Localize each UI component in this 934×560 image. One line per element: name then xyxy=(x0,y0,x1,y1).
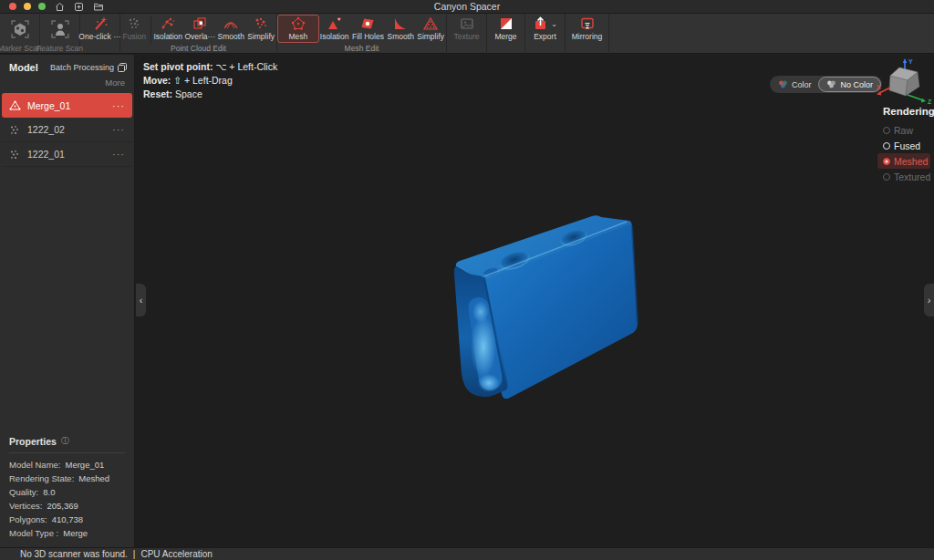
model-item-name: 1222_02 xyxy=(27,124,112,135)
hint-value: ⌥ + Left-Click xyxy=(215,61,277,72)
pc-simplify-icon xyxy=(253,16,269,31)
radio-icon xyxy=(883,142,890,150)
model-item-name: Merge_01 xyxy=(27,100,112,111)
mesh-smooth-icon xyxy=(392,16,409,31)
pc-isolation-label: Isolation xyxy=(153,32,182,41)
zoom-window-button[interactable] xyxy=(38,3,46,10)
close-window-button[interactable] xyxy=(9,3,16,10)
mesh-model-icon xyxy=(9,100,21,110)
hint-value: ⇧ + Left-Drag xyxy=(173,75,233,86)
texture-icon xyxy=(459,16,475,31)
pc-isolation-button[interactable]: Isolation xyxy=(152,16,183,42)
fusion-button[interactable]: Fusion xyxy=(120,16,149,42)
pc-isolation-icon xyxy=(160,16,176,31)
collapse-right-panel-handle[interactable]: › xyxy=(924,284,934,316)
new-project-icon xyxy=(74,2,84,12)
rendering-title: Rendering xyxy=(883,106,934,117)
property-row: Polygons:410,738 xyxy=(9,513,125,526)
feature-scan-label: Feature Scan xyxy=(36,44,83,54)
mesh-label: Mesh xyxy=(288,32,307,41)
one-click-button[interactable]: One-click ··· xyxy=(77,16,122,42)
model-item-1222-02[interactable]: 1222_02 ··· xyxy=(2,118,132,142)
pc-smooth-label: Smooth xyxy=(218,32,244,41)
property-row: Rendering State:Meshed xyxy=(9,472,125,485)
status-separator: | xyxy=(133,549,136,559)
rendering-option-textured[interactable]: Textured xyxy=(877,169,934,184)
export-chevron-icon: ⌄ xyxy=(551,20,557,28)
fusion-label: Fusion xyxy=(123,32,147,41)
mesh-simplify-icon xyxy=(422,16,439,31)
marker-scan-button[interactable]: Marker Scan xyxy=(0,14,40,54)
color-toggle: Color No Color xyxy=(770,76,882,93)
fill-holes-button[interactable]: Fill Holes xyxy=(350,16,387,42)
viewport-hints: Set pivot point: ⌥ + Left-Click Move: ⇧ … xyxy=(143,60,277,101)
mesh-smooth-button[interactable]: Smooth xyxy=(386,16,415,42)
overlap-icon xyxy=(192,16,208,31)
no-color-option[interactable]: No Color xyxy=(818,77,881,92)
model-item-menu-button[interactable]: ··· xyxy=(112,124,125,135)
more-button[interactable]: More xyxy=(0,75,134,93)
scanned-model-mesh[interactable] xyxy=(441,210,648,409)
orientation-gizmo[interactable]: Y X Z xyxy=(875,57,933,108)
merge-button[interactable]: Merge xyxy=(493,16,518,42)
hint-value: Space xyxy=(175,88,202,99)
mirroring-icon xyxy=(579,16,596,31)
rendering-option-raw[interactable]: Raw xyxy=(877,122,934,138)
rendering-option-meshed[interactable]: Meshed xyxy=(877,153,930,169)
open-project-button[interactable] xyxy=(93,1,104,12)
export-label: Export xyxy=(534,32,556,41)
overlap-button[interactable]: Overla··· xyxy=(183,16,216,42)
open-folder-icon xyxy=(93,2,104,12)
mesh-button[interactable]: Mesh xyxy=(277,15,319,43)
pc-smooth-button[interactable]: Smooth xyxy=(216,16,245,42)
collapse-left-panel-handle[interactable]: ‹ xyxy=(136,284,146,316)
toolbar-group-point-cloud-edit: Fusion Isolation Overla··· xyxy=(120,14,277,54)
home-button[interactable] xyxy=(55,1,65,12)
mesh-isolation-icon xyxy=(327,16,343,31)
hint-label: Move: xyxy=(143,75,171,86)
point-cloud-edit-group-label: Point Cloud Edit xyxy=(120,44,276,54)
home-icon xyxy=(55,2,65,12)
property-row: Vertices:205,369 xyxy=(9,499,125,513)
mesh-isolation-button[interactable]: Isolation xyxy=(319,16,350,42)
radio-icon xyxy=(883,127,890,134)
feature-scan-icon xyxy=(50,19,70,39)
property-row: Model Name:Merge_01 xyxy=(9,458,125,472)
properties-info-icon[interactable]: ⓘ xyxy=(61,435,69,447)
viewport-3d[interactable]: Set pivot point: ⌥ + Left-Click Move: ⇧ … xyxy=(136,55,934,547)
rendering-panel: Rendering Raw Fused Meshed Textured xyxy=(877,102,934,184)
acceleration-status-text: CPU Acceleration xyxy=(140,549,212,559)
model-item-1222-01[interactable]: 1222_01 ··· xyxy=(2,142,132,167)
new-project-button[interactable] xyxy=(74,1,84,12)
color-option[interactable]: Color xyxy=(771,77,819,92)
rendering-option-fused[interactable]: Fused xyxy=(877,138,934,153)
rendering-option-label: Raw xyxy=(894,125,913,136)
one-click-wand-icon xyxy=(92,16,109,31)
point-cloud-model-icon xyxy=(9,125,21,135)
model-item-merge-01[interactable]: Merge_01 ··· xyxy=(2,93,132,118)
pc-smooth-icon xyxy=(223,16,239,31)
model-item-menu-button[interactable]: ··· xyxy=(112,149,125,160)
toolbar-group-mesh-edit: Mesh Isolation Fill Holes xyxy=(277,14,447,54)
export-icon xyxy=(533,16,549,31)
hint-label: Set pivot point: xyxy=(143,61,213,72)
mesh-simplify-button[interactable]: Simplify xyxy=(415,16,446,42)
marker-scan-label: Marker Scan xyxy=(0,44,42,54)
mirroring-button[interactable]: Mirroring xyxy=(570,16,605,42)
app-window: Canyon Spacer Marker Scan Featu xyxy=(0,0,934,560)
model-item-name: 1222_01 xyxy=(27,149,112,160)
minimize-window-button[interactable] xyxy=(24,3,31,10)
feature-scan-button[interactable]: Feature Scan xyxy=(40,14,80,54)
toolbar-group-one-click: One-click ··· xyxy=(80,14,120,54)
export-button[interactable]: ⌄ Export xyxy=(531,16,559,42)
no-color-option-label: No Color xyxy=(840,80,873,89)
rendering-option-label: Meshed xyxy=(894,156,928,167)
model-item-menu-button[interactable]: ··· xyxy=(112,100,125,111)
batch-processing-button[interactable]: Batch Processing xyxy=(50,63,127,72)
model-panel-title: Model xyxy=(9,62,38,73)
merge-label: Merge xyxy=(494,32,516,41)
pc-simplify-button[interactable]: Simplify xyxy=(245,16,276,42)
toolbar-group-mirroring: Mirroring xyxy=(566,14,609,54)
batch-processing-label: Batch Processing xyxy=(50,63,114,72)
texture-button[interactable]: Texture xyxy=(452,16,482,42)
